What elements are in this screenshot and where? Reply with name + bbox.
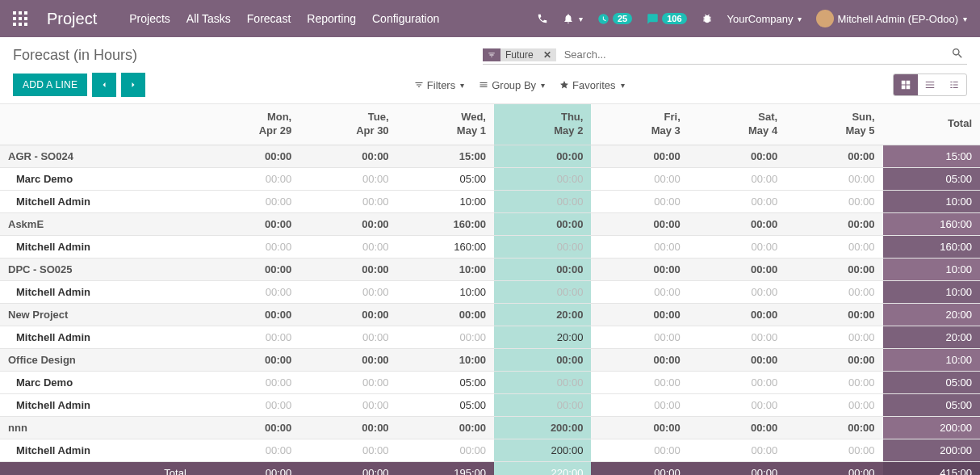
add-line-button[interactable]: ADD A LINE [13, 74, 87, 96]
section-cell: 200:00 [494, 416, 591, 439]
nav-configuration[interactable]: Configuration [372, 12, 439, 25]
grid-cell[interactable]: 00:00 [203, 326, 299, 348]
grid-cell[interactable]: 00:00 [299, 190, 396, 212]
grid-cell[interactable]: 00:00 [299, 280, 396, 303]
nav-reporting[interactable]: Reporting [307, 12, 356, 25]
grid-cell[interactable]: 160:00 [397, 235, 494, 258]
grid-cell[interactable]: 00:00 [689, 235, 785, 258]
next-period-button[interactable] [121, 73, 145, 97]
grid-cell[interactable]: 00:00 [494, 190, 591, 212]
grid-cell[interactable]: 05:00 [397, 371, 494, 393]
row-label[interactable]: Mitchell Admin [0, 190, 203, 212]
grid-cell[interactable]: 00:00 [591, 280, 688, 303]
grid-cell[interactable]: 00:00 [591, 439, 688, 461]
view-kanban[interactable] [942, 74, 966, 95]
grid-cell[interactable]: 00:00 [689, 167, 785, 190]
grid-cell[interactable]: 00:00 [785, 280, 882, 303]
grid-cell[interactable]: 00:00 [299, 326, 396, 348]
grid-cell[interactable]: 00:00 [494, 167, 591, 190]
grid-cell[interactable]: 00:00 [203, 393, 299, 416]
grid-cell[interactable]: 00:00 [785, 439, 882, 461]
grid-cell[interactable]: 00:00 [591, 326, 688, 348]
grid-cell[interactable]: 20:00 [494, 326, 591, 348]
company-switcher[interactable]: YourCompany▾ [727, 13, 802, 25]
grid-cell[interactable]: 00:00 [785, 393, 882, 416]
row-label[interactable]: Mitchell Admin [0, 326, 203, 348]
bug-icon[interactable] [701, 13, 713, 24]
row-label[interactable]: Mitchell Admin [0, 235, 203, 258]
view-list[interactable] [918, 74, 942, 95]
section-cell: 00:00 [494, 145, 591, 167]
grid-cell[interactable]: 00:00 [785, 371, 882, 393]
grid-cell[interactable]: 00:00 [494, 280, 591, 303]
grid-cell[interactable]: 00:00 [689, 371, 785, 393]
grid-cell[interactable]: 00:00 [785, 235, 882, 258]
grid-cell[interactable]: 00:00 [203, 167, 299, 190]
section-row[interactable]: nnn00:0000:0000:00200:0000:0000:0000:002… [0, 416, 980, 439]
grid-cell[interactable]: 00:00 [299, 439, 396, 461]
apps-icon[interactable] [13, 11, 27, 26]
grid-cell[interactable]: 00:00 [785, 326, 882, 348]
grid-cell[interactable]: 00:00 [689, 190, 785, 212]
nav-forecast[interactable]: Forecast [247, 12, 291, 25]
row-total: 10:00 [883, 190, 980, 212]
nav-projects[interactable]: Projects [129, 12, 170, 25]
grid-cell[interactable]: 00:00 [397, 326, 494, 348]
search-input[interactable] [561, 45, 948, 64]
grid-cell[interactable]: 00:00 [689, 326, 785, 348]
nav-all-tasks[interactable]: All Tasks [186, 12, 231, 25]
user-menu[interactable]: Mitchell Admin (EP-Odoo)▾ [816, 10, 967, 27]
grid-cell[interactable]: 00:00 [203, 235, 299, 258]
section-row[interactable]: New Project00:0000:0000:0020:0000:0000:0… [0, 303, 980, 326]
row-label[interactable]: Marc Demo [0, 371, 203, 393]
grid-cell[interactable]: 00:00 [203, 190, 299, 212]
grid-cell[interactable]: 00:00 [591, 167, 688, 190]
bell-icon[interactable]: ▾ [563, 13, 583, 24]
grid-cell[interactable]: 00:00 [494, 371, 591, 393]
grid-cell[interactable]: 05:00 [397, 167, 494, 190]
groupby-dropdown[interactable]: Group By▾ [479, 79, 545, 91]
grid-cell[interactable]: 00:00 [494, 393, 591, 416]
grid-cell[interactable]: 10:00 [397, 190, 494, 212]
grid-cell[interactable]: 00:00 [689, 393, 785, 416]
grid-cell[interactable]: 200:00 [494, 439, 591, 461]
grid-cell[interactable]: 00:00 [299, 371, 396, 393]
section-label: AGR - SO024 [0, 145, 203, 167]
grid-cell[interactable]: 00:00 [203, 439, 299, 461]
filters-dropdown[interactable]: Filters▾ [414, 79, 464, 91]
activity-icon[interactable]: 25 [597, 13, 632, 25]
grid-cell[interactable]: 00:00 [203, 280, 299, 303]
row-label[interactable]: Mitchell Admin [0, 280, 203, 303]
facet-remove[interactable]: ✕ [538, 49, 556, 61]
grid-cell[interactable]: 00:00 [591, 393, 688, 416]
search-icon[interactable] [948, 47, 967, 62]
favorites-dropdown[interactable]: Favorites▾ [559, 79, 624, 91]
section-row[interactable]: Office Design00:0000:0010:0000:0000:0000… [0, 348, 980, 371]
view-grid[interactable] [894, 74, 918, 95]
grid-cell[interactable]: 05:00 [397, 393, 494, 416]
grid-cell[interactable]: 00:00 [397, 439, 494, 461]
section-row[interactable]: AGR - SO02400:0000:0015:0000:0000:0000:0… [0, 145, 980, 167]
grid-cell[interactable]: 00:00 [689, 280, 785, 303]
grid-cell[interactable]: 00:00 [299, 393, 396, 416]
grid-cell[interactable]: 00:00 [299, 167, 396, 190]
grid-cell[interactable]: 10:00 [397, 280, 494, 303]
phone-icon[interactable] [537, 13, 548, 24]
avatar [816, 10, 834, 27]
discuss-icon[interactable]: 106 [647, 13, 686, 25]
grid-cell[interactable]: 00:00 [494, 235, 591, 258]
grid-cell[interactable]: 00:00 [591, 371, 688, 393]
grid-cell[interactable]: 00:00 [785, 190, 882, 212]
section-row[interactable]: DPC - SO02500:0000:0010:0000:0000:0000:0… [0, 258, 980, 280]
grid-cell[interactable]: 00:00 [203, 371, 299, 393]
grid-cell[interactable]: 00:00 [299, 235, 396, 258]
section-row[interactable]: AskmE00:0000:00160:0000:0000:0000:0000:0… [0, 212, 980, 235]
row-label[interactable]: Marc Demo [0, 167, 203, 190]
prev-period-button[interactable] [92, 73, 116, 97]
grid-cell[interactable]: 00:00 [591, 190, 688, 212]
grid-cell[interactable]: 00:00 [785, 167, 882, 190]
row-label[interactable]: Mitchell Admin [0, 393, 203, 416]
grid-cell[interactable]: 00:00 [689, 439, 785, 461]
grid-cell[interactable]: 00:00 [591, 235, 688, 258]
row-label[interactable]: Mitchell Admin [0, 439, 203, 461]
